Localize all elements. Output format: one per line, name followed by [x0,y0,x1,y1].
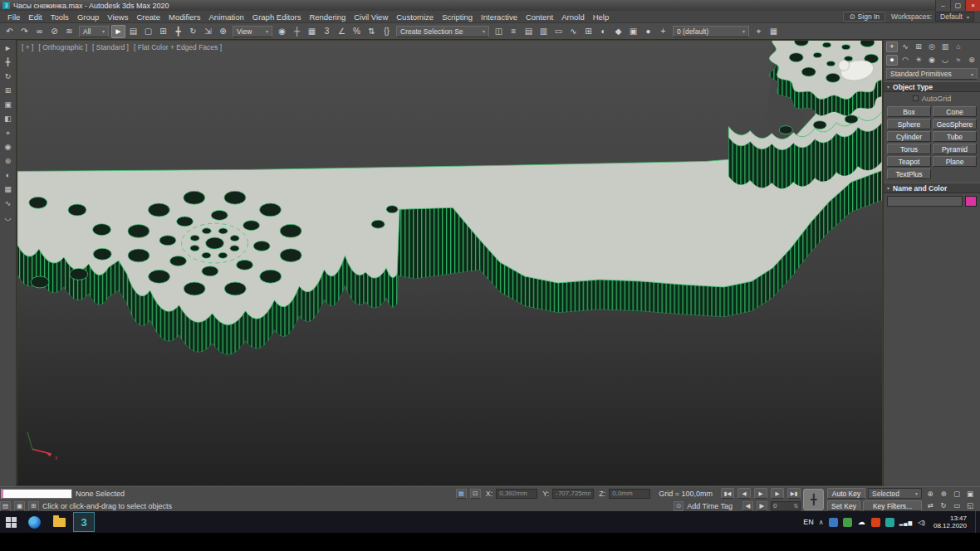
tube-button[interactable]: Tube [933,131,977,142]
undo-icon[interactable]: ↶ [2,25,17,38]
space-warps-category-icon[interactable]: ≈ [953,55,964,66]
language-indicator[interactable]: EN [803,518,814,526]
next-frame-button[interactable]: ▶ [771,488,784,499]
pan-icon[interactable]: ⇄ [924,500,937,511]
autogrid-checkbox[interactable] [913,95,919,101]
viewport-pov-menu[interactable]: [ Orthographic ] [38,43,87,51]
script-editor-icon[interactable]: ⊞ [28,501,39,511]
toolbar-extra-icon-1[interactable]: ⌖ [752,25,766,38]
key-filters-button[interactable]: Key Filters... [863,500,922,511]
menu-item[interactable]: Help [589,12,614,22]
primitives-dropdown[interactable]: Standard Primitives ▾ [886,68,978,80]
macro-recorder-icon[interactable]: ▣ [14,501,25,511]
taskbar-app-explorer[interactable] [48,512,70,532]
select-and-manipulate-icon[interactable]: ┼ [290,25,304,38]
teapot-button[interactable]: Teapot [887,156,931,167]
zoom-extents-icon[interactable]: ▢ [950,488,963,500]
object-name-field[interactable] [887,196,963,207]
name-and-color-rollout[interactable]: ▾ Name and Color [884,183,980,193]
motion-tab[interactable]: ◎ [926,41,938,52]
spinner-snap-icon[interactable]: ⇅ [365,25,379,38]
minimize-button[interactable]: – [935,0,950,11]
left-toolbar-icon-3[interactable]: ↻ [2,71,15,82]
window-crossing-icon[interactable]: ⊞ [156,25,170,38]
shapes-category-icon[interactable]: ◠ [899,55,911,66]
set-key-button[interactable]: Set Key [827,500,860,511]
reference-coordinate-dropdown[interactable]: View ▾ [233,26,272,37]
angle-snap-icon[interactable]: ∠ [335,25,349,38]
layer-explorer-icon[interactable]: ▥ [537,25,551,38]
systems-category-icon[interactable]: ⊛ [966,55,978,66]
left-toolbar-icon-12[interactable]: ∿ [2,197,15,209]
menu-item[interactable]: Modifiers [164,12,205,22]
keyboard-override-icon[interactable]: ▦ [305,25,319,38]
orbit-icon[interactable]: ↻ [937,500,950,511]
ribbon-toggle-icon[interactable]: ▭ [551,25,566,38]
left-toolbar-icon-7[interactable]: ⌖ [2,127,15,139]
go-to-end-button[interactable]: ▶▮ [787,488,801,499]
schematic-view-icon[interactable]: ⊞ [581,25,595,38]
menu-item[interactable]: Create [132,12,164,22]
maxscript-mini-listener[interactable] [1,489,72,499]
menu-item[interactable]: Civil View [350,12,392,22]
select-by-name-icon[interactable]: ▤ [126,25,140,38]
key-step-forward-icon[interactable]: ▶ [757,501,767,511]
geometry-category-icon[interactable]: ● [886,55,898,66]
percent-snap-icon[interactable]: % [350,25,364,38]
left-toolbar-icon-4[interactable]: ⊞ [2,85,15,96]
mirror-icon[interactable]: ◫ [492,25,506,38]
onedrive-icon[interactable]: ☁ [857,518,866,527]
left-toolbar-icon-10[interactable]: ◐ [2,169,15,181]
sphere-button[interactable]: Sphere [887,119,931,129]
go-to-start-button[interactable]: ▮◀ [721,488,734,499]
select-and-rotate-icon[interactable]: ↻ [186,25,200,38]
left-toolbar-icon-8[interactable]: ◉ [2,141,15,153]
menu-item[interactable]: Edit [24,12,46,22]
manage-layers-icon[interactable]: + [656,25,670,38]
select-and-scale-icon[interactable]: ⇲ [201,25,215,38]
auto-key-button[interactable]: Auto Key [827,488,865,499]
viewport-canvas[interactable]: x [17,41,882,485]
previous-frame-button[interactable]: ◀ [737,488,751,499]
torus-button[interactable]: Torus [887,144,931,154]
bind-to-space-warp-icon[interactable]: ≋ [62,25,76,38]
zoom-region-icon[interactable]: ▭ [950,500,963,511]
curve-editor-icon[interactable]: ∿ [566,25,581,38]
taskbar-app-3dsmax[interactable]: 3 [73,512,95,532]
key-step-back-icon[interactable]: ◀ [742,501,753,511]
left-toolbar-icon-6[interactable]: ◧ [2,113,15,124]
absolute-mode-toggle-icon[interactable]: ⊡ [470,489,481,499]
time-configuration-button[interactable]: ╋ [803,489,824,510]
menu-item[interactable]: Animation [205,12,248,22]
select-and-move-icon[interactable]: ╋ [171,25,185,38]
color-swatch[interactable] [965,196,977,207]
maximize-button[interactable]: ▢ [950,0,965,11]
menu-item[interactable]: Group [73,12,103,22]
add-time-tag[interactable]: Add Time Tag [687,502,733,510]
menu-item[interactable]: Rendering [305,12,350,22]
toolbar-extra-icon-2[interactable]: ▦ [767,25,781,38]
textplus-button[interactable]: TextPlus [887,168,931,179]
zoom-all-icon[interactable]: ⊛ [937,488,950,500]
left-toolbar-icon-11[interactable]: ▦ [2,183,15,195]
selection-set-dropdown[interactable]: Selected ▾ [868,488,922,499]
viewport-style-menu[interactable]: [ Standard ] [92,43,129,51]
utilities-tab[interactable]: ⌂ [953,41,964,52]
network-icon[interactable]: ▂▄▆ [899,519,913,525]
unlink-selection-icon[interactable]: ⊘ [47,25,61,38]
create-tab[interactable]: + [886,41,898,52]
helpers-category-icon[interactable]: ◡ [939,55,951,66]
tray-icon-2[interactable] [843,518,852,527]
menu-item[interactable]: Tools [47,12,73,22]
close-button[interactable]: × [965,0,980,11]
align-icon[interactable]: ≡ [507,25,521,38]
menu-item[interactable]: Arnold [557,12,588,22]
left-toolbar-icon-2[interactable]: ╋ [2,56,15,68]
sign-in-button[interactable]: ⊙ Sign In [843,12,885,22]
menu-item[interactable]: Content [522,12,557,22]
tray-expand-icon[interactable]: ∧ [819,519,824,526]
show-desktop-button[interactable] [975,511,979,533]
viewport-general-menu[interactable]: [ + ] [22,43,33,51]
zoom-icon[interactable]: ⊕ [924,488,937,500]
snaps-toggle-icon[interactable]: 3 [320,25,334,38]
